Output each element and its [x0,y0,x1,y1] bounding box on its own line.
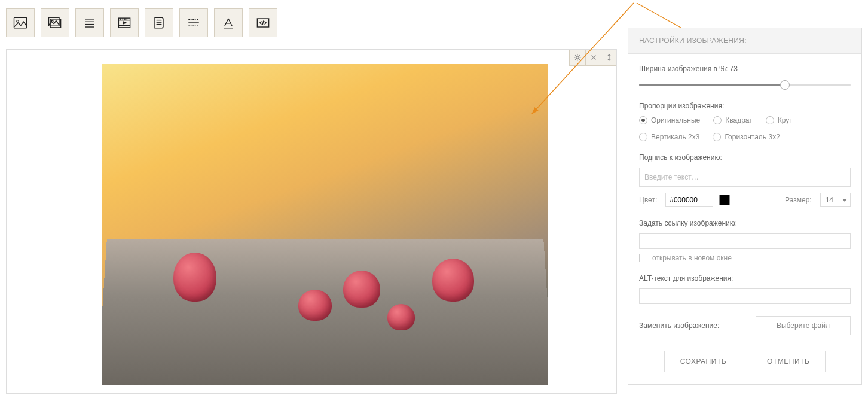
width-value: 73 [730,65,738,73]
proportion-circle[interactable]: Круг [766,116,792,124]
alt-input[interactable] [639,288,851,304]
proportion-h3x2[interactable]: Горизонталь 3x2 [713,133,780,141]
proportion-v2x3[interactable]: Вертикаль 2x3 [639,133,699,141]
proportion-original[interactable]: Оригинальные [639,116,700,124]
radio-icon [713,116,722,124]
editor-canvas [6,49,617,394]
alt-section: ALT-текст для изображения: [639,274,851,304]
move-vertical-icon[interactable] [601,50,616,65]
link-label: Задать ссылку изображению: [639,219,851,227]
image-settings-panel: НАСТРОЙКИ ИЗОБРАЖЕНИЯ: Ширина изображени… [628,28,862,385]
radio-label: Вертикаль 2x3 [651,133,699,141]
tool-text[interactable] [75,8,104,37]
svg-point-1 [17,20,19,23]
size-label: Размер: [785,196,812,204]
choose-file-button[interactable]: Выберите файл [756,316,851,335]
tool-divider[interactable] [179,8,208,37]
save-button[interactable]: СОХРАНИТЬ [664,351,742,372]
link-section: Задать ссылку изображению: открывать в н… [639,219,851,262]
close-icon[interactable] [585,50,601,65]
link-input[interactable] [639,233,851,249]
new-window-checkbox[interactable] [639,254,647,262]
image-preview[interactable] [102,64,548,385]
alt-label: ALT-текст для изображения: [639,274,851,282]
color-label: Цвет: [639,196,657,204]
radio-label: Квадрат [725,116,753,124]
color-swatch[interactable] [719,195,730,205]
radio-icon [766,116,774,124]
color-input[interactable] [665,193,713,207]
radio-label: Оригинальные [651,116,700,124]
tool-code[interactable] [249,8,277,37]
caption-input[interactable] [639,168,851,187]
cancel-button[interactable]: ОТМЕНИТЬ [751,351,826,372]
radio-label: Круг [778,116,792,124]
new-window-label: открывать в новом окне [652,254,732,262]
svg-point-24 [576,56,579,59]
panel-title: НАСТРОЙКИ ИЗОБРАЖЕНИЯ: [628,28,861,54]
canvas-item-controls [569,50,616,66]
proportions-section: Пропорции изображения: ОригинальныеКвадр… [639,102,851,141]
replace-label: Заменить изображение: [639,321,719,330]
width-slider[interactable] [639,80,851,90]
radio-icon [639,133,647,141]
tool-image[interactable] [6,8,35,37]
tool-gallery[interactable] [41,8,69,37]
width-label: Ширина изображения в %: [639,65,728,73]
panel-actions: СОХРАНИТЬ ОТМЕНИТЬ [639,351,851,372]
tool-heading[interactable] [214,8,243,37]
radio-icon [713,133,721,141]
radio-label: Горизонталь 3x2 [725,133,780,141]
tool-document[interactable] [145,8,173,37]
settings-icon[interactable] [570,50,585,65]
radio-icon [639,116,647,124]
tool-video[interactable] [110,8,139,37]
size-select[interactable]: 14 [820,193,851,207]
replace-section: Заменить изображение: Выберите файл [639,316,851,335]
width-section: Ширина изображения в %: 73 [639,65,851,90]
proportions-label: Пропорции изображения: [639,102,851,110]
caption-label: Подпись к изображению: [639,153,851,162]
caption-section: Подпись к изображению: Цвет: Размер: 14 [639,153,851,207]
proportion-square[interactable]: Квадрат [713,116,753,124]
slider-thumb[interactable] [780,80,790,90]
